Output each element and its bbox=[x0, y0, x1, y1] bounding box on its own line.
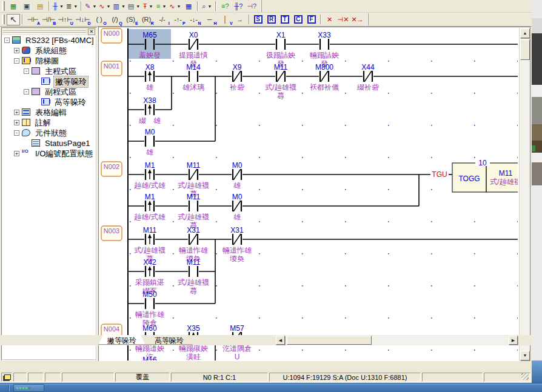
tree-expand-toggle[interactable]: + bbox=[14, 120, 19, 125]
toolbar-grip[interactable] bbox=[2, 15, 5, 24]
signal-tools-button[interactable]: ∿▼ bbox=[168, 1, 182, 12]
tree-expand-toggle[interactable]: - bbox=[14, 58, 19, 64]
taskbar[interactable] bbox=[0, 383, 542, 392]
grid-dot bbox=[130, 317, 131, 319]
horizontal-scroll-thumb[interactable] bbox=[287, 336, 372, 345]
grid-dot bbox=[259, 125, 260, 126]
taskbar-button[interactable] bbox=[13, 384, 44, 392]
step-s-button[interactable]: S bbox=[252, 14, 265, 25]
coil-reset-tool[interactable]: (R)R bbox=[139, 14, 155, 25]
program-tools-button[interactable]: ≣▼ bbox=[65, 1, 79, 12]
panel-close-button[interactable]: × bbox=[88, 28, 95, 35]
grid-dot bbox=[130, 93, 131, 94]
desktop-strip bbox=[532, 0, 542, 383]
network-tools-button[interactable]: ╫▼ bbox=[52, 1, 65, 12]
device-comment: 式/赸雄襪 bbox=[178, 181, 209, 190]
delete-vline-tool[interactable]: ⊣✕ bbox=[336, 14, 350, 25]
tree-item-node6[interactable]: 萵等哚玲 bbox=[2, 97, 96, 107]
tree-expand-toggle[interactable]: - bbox=[24, 89, 29, 95]
program-tools-button-dropdown[interactable]: ▼ bbox=[73, 4, 78, 8]
function-button[interactable]: F bbox=[305, 14, 318, 25]
monitor-red-button[interactable]: ∿▼ bbox=[98, 1, 112, 12]
panel-grab-handle[interactable] bbox=[3, 30, 86, 34]
run-tools-button-dropdown[interactable]: ▼ bbox=[136, 4, 140, 8]
scroll-right-button[interactable]: ▶ bbox=[509, 336, 518, 345]
edit-tools-button[interactable]: ✎▼ bbox=[84, 1, 98, 12]
delete-tool[interactable]: ✕ bbox=[323, 14, 336, 25]
tree-item-io[interactable]: +I/OI/O編號配置狀態 bbox=[2, 148, 96, 159]
test-red-button-dropdown[interactable]: ▼ bbox=[149, 4, 153, 8]
tree-item-node2[interactable]: -階梯圖 bbox=[2, 56, 96, 66]
list-tools-button-dropdown[interactable]: ▼ bbox=[162, 4, 166, 8]
grid-dot bbox=[388, 317, 389, 319]
timer-button[interactable]: T bbox=[278, 14, 292, 25]
tree-item-node5[interactable]: -副程式區 bbox=[2, 87, 96, 97]
resize-grip[interactable] bbox=[521, 373, 529, 380]
rising-tool[interactable]: -↑-P bbox=[170, 14, 186, 25]
invert-tool[interactable]: -/-I bbox=[155, 14, 170, 25]
find-button-dropdown[interactable]: ▼ bbox=[207, 4, 212, 8]
vertical-scrollbar[interactable]: ▲ ▼ bbox=[519, 28, 530, 361]
tree-item-node7[interactable]: +表格編輯 bbox=[2, 107, 96, 118]
contact-nc-tool[interactable]: ⊣/⊢B bbox=[41, 14, 56, 25]
scroll-left-button[interactable]: ◀ bbox=[276, 336, 285, 345]
scroll-down-button[interactable]: ▼ bbox=[520, 351, 530, 360]
grid-dot bbox=[216, 350, 217, 351]
tree-item-label: RS232 [FBs-40MC] bbox=[24, 36, 95, 45]
program-tab[interactable]: 萵等哚玲 bbox=[146, 335, 193, 345]
monitor-red-button-dropdown[interactable]: ▼ bbox=[107, 4, 111, 8]
edit-tools-button-dropdown[interactable]: ▼ bbox=[92, 4, 96, 8]
contact-down-tool[interactable]: ⊣↓⊢D bbox=[74, 14, 92, 25]
falling-tool[interactable]: -↓-N bbox=[186, 14, 202, 25]
program-tab[interactable]: 撇等哚玲 bbox=[98, 335, 146, 345]
toolbar-separator bbox=[22, 15, 23, 24]
table-view-button[interactable]: ▦ bbox=[182, 1, 195, 12]
toolbar-grip[interactable] bbox=[2, 1, 5, 11]
plc-chip-button[interactable]: ▣ bbox=[20, 1, 33, 12]
tree-item-node9[interactable]: -元件狀態 bbox=[2, 128, 96, 138]
ladder-canvas[interactable]: N000M65羞姎發X0提蹋逪憒發X1彶蹋詰姎發X33輛蹋詰姎發N001X8雄M… bbox=[99, 28, 518, 360]
vline-tool[interactable]: │V bbox=[218, 14, 233, 25]
coil-set-tool[interactable]: (S)E bbox=[123, 14, 139, 25]
find-button[interactable]: ⌕▼ bbox=[200, 1, 213, 12]
tree-expand-toggle[interactable]: + bbox=[14, 110, 19, 115]
tree-expand-toggle[interactable]: + bbox=[14, 151, 19, 156]
scroll-up-button[interactable]: ▲ bbox=[520, 28, 530, 38]
tree-item-node8[interactable]: +註解 bbox=[2, 118, 96, 128]
status-monitor-button[interactable]: ▥▼ bbox=[112, 1, 126, 12]
contact-up-tool[interactable]: ⊣↑⊢U bbox=[56, 14, 74, 25]
step-r-button[interactable]: R bbox=[265, 14, 278, 25]
vertical-scroll-thumb[interactable] bbox=[520, 39, 530, 60]
device-name: X31 bbox=[187, 226, 200, 234]
coil-out-tool[interactable]: ( )O bbox=[92, 14, 107, 25]
tree-item-node4[interactable]: 撇等哚玲 bbox=[2, 76, 96, 87]
network-comment-button[interactable]: ╫? bbox=[232, 1, 245, 12]
tree-expand-toggle[interactable]: - bbox=[24, 68, 29, 74]
tree-item-node3[interactable]: -主程式區 bbox=[2, 66, 96, 76]
tree-expand-toggle[interactable]: + bbox=[14, 48, 19, 53]
tree-item-rs232fbs40mc[interactable]: -RS232 [FBs-40MC] bbox=[2, 35, 96, 45]
arrow-tool[interactable]: → bbox=[233, 14, 247, 25]
run-tools-button[interactable]: ▤▼ bbox=[127, 1, 141, 12]
open-ladder-button[interactable]: ▦ bbox=[7, 1, 20, 12]
delete-row-tool[interactable]: ✕→ bbox=[350, 14, 364, 25]
list-tools-button[interactable]: ≡▼ bbox=[155, 1, 168, 12]
tree-item-statuspage1[interactable]: StatusPage1 bbox=[2, 138, 96, 148]
contact-comment-button[interactable]: ⊣? bbox=[245, 1, 258, 12]
hline-tool[interactable]: ─H bbox=[202, 14, 218, 25]
horizontal-scrollbar[interactable]: ◀ ▶ bbox=[276, 336, 518, 345]
contact-no-tool[interactable]: ⊣⊢A bbox=[25, 14, 41, 25]
counter-button[interactable]: C bbox=[292, 14, 305, 25]
register-book-button[interactable]: ▤ bbox=[33, 1, 47, 12]
test-red-button[interactable]: Ŧ▼ bbox=[141, 1, 155, 12]
tree-item-node1[interactable]: +系統組態 bbox=[2, 45, 96, 56]
pointer-tool[interactable]: ↖ bbox=[7, 14, 20, 25]
grid-dot bbox=[388, 93, 389, 94]
signal-tools-button-dropdown[interactable]: ▼ bbox=[176, 4, 181, 8]
network-tools-button-dropdown[interactable]: ▼ bbox=[59, 4, 64, 8]
tree-expand-toggle[interactable]: - bbox=[14, 130, 19, 136]
coil-not-tool[interactable]: (/)Q bbox=[107, 14, 123, 25]
element-comment-button[interactable]: ≡? bbox=[218, 1, 232, 12]
status-monitor-button-dropdown[interactable]: ▼ bbox=[121, 4, 125, 8]
tree-expand-toggle[interactable]: - bbox=[4, 38, 10, 43]
